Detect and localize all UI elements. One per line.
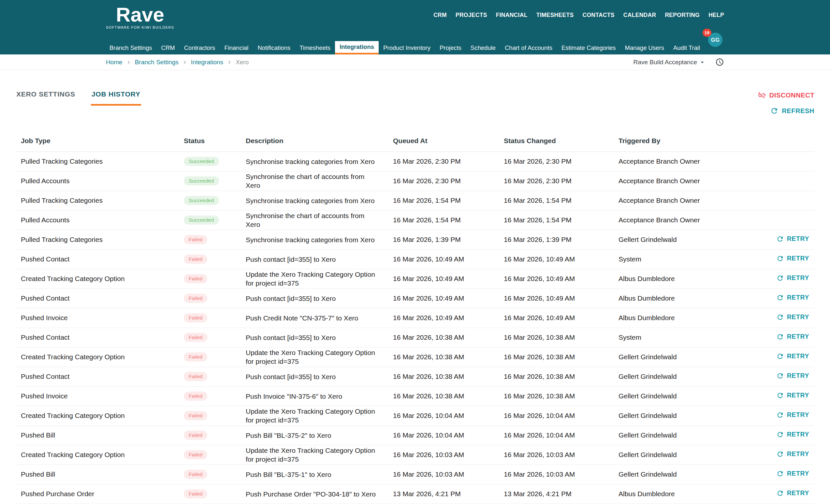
tab-job-history[interactable]: JOB HISTORY: [91, 90, 141, 106]
disconnect-button[interactable]: DISCONNECT: [758, 91, 815, 99]
subnav-item-projects[interactable]: Projects: [435, 41, 466, 55]
breadcrumb-branch-settings[interactable]: Branch Settings: [135, 59, 179, 66]
status-changed-cell: 16 Mar 2026, 10:03 AM: [499, 465, 613, 484]
queued-at-cell: 16 Mar 2026, 10:04 AM: [388, 426, 499, 445]
chevron-down-icon: [698, 58, 706, 66]
job-type-cell: Pushed Contact: [15, 288, 179, 308]
retry-button[interactable]: RETRY: [776, 391, 809, 399]
table-row: Pushed Contact Failed Push contact [id=3…: [15, 327, 815, 347]
triggered-by-cell: Gellert Grindelwald: [613, 347, 737, 367]
status-badge: Failed: [184, 333, 207, 342]
retry-button[interactable]: RETRY: [776, 431, 809, 439]
subnav-item-manage-users[interactable]: Manage Users: [620, 41, 669, 55]
refresh-icon: [776, 333, 784, 341]
retry-label: RETRY: [787, 470, 809, 477]
refresh-icon: [776, 470, 784, 478]
queued-at-cell: 16 Mar 2026, 10:49 AM: [388, 288, 499, 308]
subnav-item-integrations[interactable]: Integrations: [335, 41, 379, 55]
triggered-by-cell: Gellert Grindelwald: [613, 465, 737, 484]
retry-button[interactable]: RETRY: [776, 333, 809, 341]
table-row: Created Tracking Category Option Failed …: [15, 269, 815, 288]
queued-at-cell: 16 Mar 2026, 1:39 PM: [388, 230, 499, 249]
subnav-item-notifications[interactable]: Notifications: [253, 41, 295, 55]
retry-button[interactable]: RETRY: [776, 313, 809, 321]
job-type-cell: Pushed Invoice: [15, 308, 179, 327]
status-badge: Failed: [184, 274, 207, 283]
top-nav-item-crm[interactable]: CRM: [434, 12, 447, 41]
user-avatar[interactable]: 19 GG: [708, 33, 723, 47]
job-type-cell: Created Tracking Category Option: [15, 269, 179, 288]
retry-button[interactable]: RETRY: [776, 352, 809, 360]
refresh-icon: [776, 294, 784, 302]
subnav-item-crm[interactable]: CRM: [157, 41, 180, 55]
status-badge: Failed: [184, 391, 207, 401]
job-type-cell: Pulled Tracking Categories: [15, 191, 179, 210]
column-header-queued-at: Queued At: [388, 130, 499, 152]
column-header-triggered-by: Triggered By: [613, 130, 737, 152]
top-nav-item-contacts[interactable]: CONTACTS: [582, 12, 614, 41]
job-type-cell: Pulled Tracking Categories: [15, 230, 179, 249]
subnav-item-branch-settings[interactable]: Branch Settings: [105, 41, 157, 55]
subnav-item-estimate-categories[interactable]: Estimate Categories: [557, 41, 620, 55]
retry-button[interactable]: RETRY: [776, 235, 809, 243]
notification-badge[interactable]: 19: [703, 29, 711, 37]
top-nav-item-financial[interactable]: FINANCIAL: [496, 12, 528, 41]
job-table-body: Pulled Tracking Categories Succeeded Syn…: [15, 152, 815, 504]
triggered-by-cell: Albus Dumbledore: [613, 484, 737, 504]
subnav-item-schedule[interactable]: Schedule: [466, 41, 500, 55]
top-nav-item-calendar[interactable]: CALENDAR: [624, 12, 656, 41]
breadcrumb-integrations[interactable]: Integrations: [191, 59, 223, 66]
subnav-item-financial[interactable]: Financial: [220, 41, 253, 55]
subnav-item-timesheets[interactable]: Timesheets: [295, 41, 335, 55]
clock-icon[interactable]: [715, 58, 724, 66]
retry-button[interactable]: RETRY: [776, 294, 809, 302]
retry-button[interactable]: RETRY: [776, 489, 809, 497]
subnav-item-contractors[interactable]: Contractors: [180, 41, 220, 55]
description-cell: Update the Xero Tracking Category Option…: [246, 270, 378, 287]
retry-button[interactable]: RETRY: [776, 470, 809, 478]
refresh-icon: [776, 372, 784, 380]
retry-button[interactable]: RETRY: [776, 411, 809, 419]
subnav-item-audit-trail[interactable]: Audit Trail: [669, 41, 705, 55]
retry-label: RETRY: [787, 274, 809, 282]
top-nav-item-projects[interactable]: PROJECTS: [455, 12, 487, 41]
retry-button[interactable]: RETRY: [776, 450, 809, 458]
subnav-item-chart-of-accounts[interactable]: Chart of Accounts: [500, 41, 557, 55]
top-nav-item-timesheets[interactable]: TIMESHEETS: [536, 12, 574, 41]
status-changed-cell: 16 Mar 2026, 10:38 AM: [499, 367, 613, 386]
xero-tabs: XERO SETTINGS JOB HISTORY: [15, 90, 141, 106]
branch-selector-label: Rave Build Acceptance: [634, 59, 697, 66]
branch-selector[interactable]: Rave Build Acceptance: [634, 58, 706, 66]
retry-button[interactable]: RETRY: [776, 274, 809, 282]
subnav-item-product-inventory[interactable]: Product Inventory: [379, 41, 435, 55]
retry-button[interactable]: RETRY: [776, 372, 809, 380]
description-cell: Push Purchase Order "PO-304-18" to Xero: [246, 490, 378, 499]
job-type-cell: Pushed Bill: [15, 465, 179, 484]
status-changed-cell: 16 Mar 2026, 2:30 PM: [499, 171, 613, 191]
job-type-cell: Pushed Contact: [15, 367, 179, 386]
triggered-by-cell: Acceptance Branch Owner: [613, 171, 737, 191]
queued-at-cell: 13 Mar 2026, 4:21 PM: [388, 484, 499, 504]
status-badge: Succeeded: [184, 177, 219, 186]
retry-label: RETRY: [787, 391, 809, 399]
status-badge: Failed: [184, 294, 207, 303]
triggered-by-cell: Acceptance Branch Owner: [613, 210, 737, 230]
queued-at-cell: 16 Mar 2026, 1:54 PM: [388, 210, 499, 230]
refresh-icon: [776, 450, 784, 458]
status-badge: Failed: [184, 352, 207, 361]
breadcrumb-home[interactable]: Home: [106, 59, 123, 66]
description-cell: Push contact [id=355] to Xero: [246, 255, 378, 264]
queued-at-cell: 16 Mar 2026, 1:54 PM: [388, 191, 499, 210]
refresh-button[interactable]: REFRESH: [770, 106, 815, 115]
chevron-right-icon: [226, 59, 233, 65]
description-cell: Synchronise the chart of accounts from X…: [246, 172, 378, 190]
top-nav-item-reporting[interactable]: REPORTING: [665, 12, 700, 41]
tab-xero-settings[interactable]: XERO SETTINGS: [15, 90, 76, 106]
status-badge: Failed: [184, 411, 207, 420]
rave-logo[interactable]: Rave SOFTWARE FOR KIWI BUILDERS: [106, 0, 174, 41]
retry-button[interactable]: RETRY: [776, 255, 809, 262]
top-nav: CRMPROJECTSFINANCIALTIMESHEETSCONTACTSCA…: [434, 0, 724, 41]
retry-label: RETRY: [787, 333, 809, 340]
logo-text: Rave: [106, 4, 174, 25]
description-cell: Update the Xero Tracking Category Option…: [246, 407, 378, 424]
